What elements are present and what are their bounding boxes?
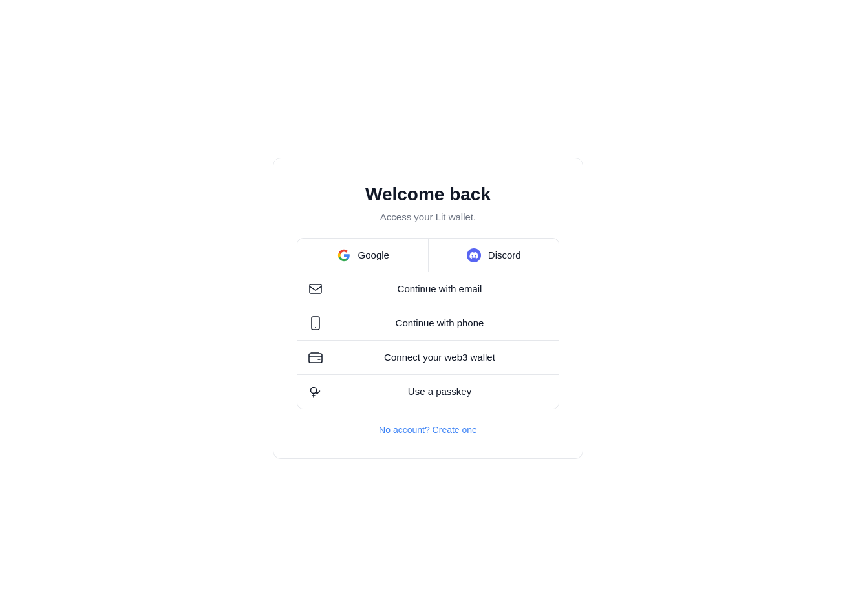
passkey-label: Use a passkey <box>331 386 548 397</box>
passkey-option[interactable]: Use a passkey <box>297 375 559 409</box>
phone-option[interactable]: Continue with phone <box>297 306 559 341</box>
phone-label: Continue with phone <box>331 317 548 328</box>
email-label: Continue with email <box>331 283 548 294</box>
google-button[interactable]: Google <box>297 239 428 272</box>
google-icon <box>336 248 352 263</box>
svg-point-2 <box>315 327 316 328</box>
page-title: Welcome back <box>365 184 491 205</box>
svg-rect-0 <box>310 284 321 293</box>
social-row: Google Discord <box>297 239 559 272</box>
page-subtitle: Access your Lit wallet. <box>380 211 476 222</box>
web3-option[interactable]: Connect your web3 wallet <box>297 341 559 375</box>
discord-label: Discord <box>488 250 521 260</box>
passkey-icon <box>308 384 323 399</box>
email-icon <box>308 281 323 297</box>
email-option[interactable]: Continue with email <box>297 272 559 306</box>
options-list: Google Discord <box>297 238 559 409</box>
discord-button[interactable]: Discord <box>429 239 559 272</box>
login-card: Welcome back Access your Lit wallet. Goo… <box>273 158 583 459</box>
svg-rect-3 <box>309 354 322 363</box>
create-account-link[interactable]: No account? Create one <box>379 425 477 435</box>
web3-label: Connect your web3 wallet <box>331 352 548 363</box>
google-label: Google <box>358 250 389 260</box>
wallet-icon <box>308 350 323 365</box>
discord-icon <box>466 248 482 263</box>
phone-icon <box>308 315 323 331</box>
